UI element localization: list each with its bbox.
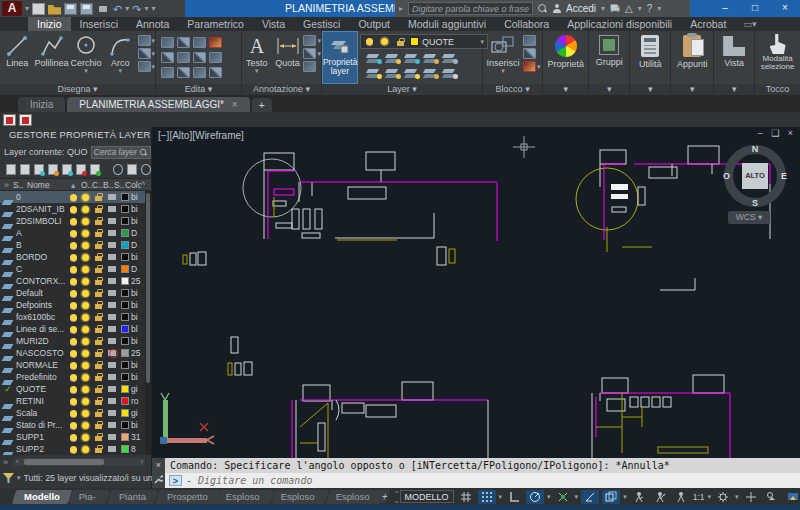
toggle-override-icon[interactable]: [127, 164, 137, 175]
layer-color-swatch[interactable]: [121, 301, 129, 309]
layer-lock-icon[interactable]: [95, 352, 102, 357]
layer-row[interactable]: 2DSIMBOLIbi: [0, 215, 146, 227]
open-file-icon[interactable]: [48, 3, 61, 15]
layer-lock-icon[interactable]: [95, 304, 102, 309]
crosshair-plus-icon[interactable]: [742, 490, 760, 504]
snap-caret-icon[interactable]: ▾: [499, 493, 503, 501]
viewcube-top-face[interactable]: ALTO: [742, 163, 768, 189]
selection-mode-hand-icon[interactable]: [770, 34, 786, 54]
layer-on-icon[interactable]: [70, 434, 77, 441]
viewcube-south[interactable]: S: [752, 198, 758, 208]
layer-freeze-icon[interactable]: [82, 374, 89, 381]
annotation-visibility-toggle[interactable]: [630, 490, 648, 504]
layer-lock-icon[interactable]: [95, 424, 102, 429]
file-tab-drawing[interactable]: PLANIMETRIA ASSEMBLAGGI*×: [67, 97, 249, 112]
layer-lock-icon[interactable]: [95, 256, 102, 261]
clipboard-icon[interactable]: [683, 35, 701, 57]
layer-on-icon[interactable]: [70, 242, 77, 249]
layer-row[interactable]: NORMALEbi: [0, 359, 146, 371]
help-caret-icon[interactable]: ▾: [657, 4, 661, 13]
layer-states-icon[interactable]: [34, 164, 44, 175]
layer-color-swatch[interactable]: [121, 325, 129, 333]
pdf-convert-icon[interactable]: [3, 114, 16, 126]
layer-filter-icon[interactable]: [3, 473, 14, 483]
annotation-scale-icon[interactable]: [672, 490, 690, 504]
gear-caret-icon[interactable]: ▾: [735, 493, 739, 501]
layer-freeze-icon[interactable]: [82, 350, 89, 357]
account-icon[interactable]: [552, 4, 561, 13]
pdf-batch-icon[interactable]: [19, 114, 32, 126]
layer-freeze-icon[interactable]: [82, 230, 89, 237]
command-input[interactable]: > - Digitare un comando: [165, 473, 800, 488]
layout-tab-esploso-1[interactable]: Esploso 1: [216, 490, 274, 504]
layer-lock-icon[interactable]: [95, 268, 102, 273]
new-group-filter-icon[interactable]: [20, 164, 30, 175]
layer-plot-icon[interactable]: [108, 218, 116, 224]
panel-label-utilita[interactable]: ▾: [630, 84, 670, 95]
layer-color-swatch[interactable]: [121, 361, 129, 369]
layer-plot-icon[interactable]: [108, 338, 116, 344]
layer-lock-icon[interactable]: [95, 376, 102, 381]
layer-plot-icon[interactable]: [108, 278, 116, 284]
panel-label-appunti[interactable]: ▾: [671, 84, 713, 95]
layer-on-icon[interactable]: [70, 230, 77, 237]
layer-color-swatch[interactable]: [121, 241, 129, 249]
leader-tool-icon[interactable]: [303, 35, 316, 46]
ribbon-tab-parametrico[interactable]: Parametrico: [178, 17, 253, 31]
layer-plot-icon[interactable]: [108, 398, 116, 404]
layer-on-icon[interactable]: [70, 410, 77, 417]
layer-plot-icon[interactable]: [108, 302, 116, 308]
plot-icon[interactable]: [99, 6, 107, 12]
layer-on-icon[interactable]: [70, 266, 77, 273]
scroll-up-icon[interactable]: ^: [141, 180, 145, 190]
layer-on-icon[interactable]: [70, 194, 77, 201]
layer-freeze-icon[interactable]: [82, 290, 89, 297]
grid-toggle[interactable]: [457, 490, 475, 504]
layer-plot-icon[interactable]: [108, 386, 116, 392]
layer-plot-icon[interactable]: [108, 290, 116, 296]
panel-label-blocco[interactable]: Blocco ▾: [483, 84, 543, 95]
layer-on-icon[interactable]: [70, 350, 77, 357]
sign-in-button[interactable]: Accedi: [566, 3, 596, 14]
layer-freeze-icon[interactable]: [82, 434, 89, 441]
annotation-autoscale-toggle[interactable]: +: [651, 490, 669, 504]
move-tool-icon[interactable]: [161, 37, 174, 48]
layer-plot-icon[interactable]: [108, 350, 116, 356]
stretch-tool-icon[interactable]: [161, 67, 174, 78]
selection-caret-icon[interactable]: ▾: [623, 493, 627, 501]
layer-freeze-icon[interactable]: [82, 362, 89, 369]
close-command-icon[interactable]: ×: [152, 458, 165, 472]
layer-color-swatch[interactable]: [121, 313, 129, 321]
layer-color-swatch[interactable]: [121, 289, 129, 297]
layer-walk-icon[interactable]: [443, 69, 456, 78]
signin-caret-icon[interactable]: ▾: [601, 4, 605, 13]
autocad-logo-icon[interactable]: A: [2, 1, 22, 16]
layout-tab-modello[interactable]: Modello: [12, 490, 72, 504]
layer-freeze-icon[interactable]: [82, 254, 89, 261]
explode-tool-icon[interactable]: [209, 52, 222, 63]
isolate-objects-icon[interactable]: [763, 490, 781, 504]
layer-lock-icon[interactable]: [424, 54, 437, 63]
table-tool-icon[interactable]: [303, 48, 316, 59]
ribbon-tab-gestisci[interactable]: Gestisci: [294, 17, 349, 31]
layer-row[interactable]: NASCOSTO25: [0, 347, 146, 359]
layer-lock-icon[interactable]: [95, 316, 102, 321]
layer-plot-icon[interactable]: [108, 422, 116, 428]
layer-freeze-icon[interactable]: [82, 446, 89, 453]
layer-color-swatch[interactable]: [121, 265, 129, 273]
layer-plot-icon[interactable]: [108, 362, 116, 368]
delete-layer-icon[interactable]: [76, 164, 86, 175]
layer-on-icon[interactable]: [70, 326, 77, 333]
layer-plot-icon[interactable]: [108, 314, 116, 320]
layout-tab-prospetto[interactable]: Prospetto: [154, 490, 219, 504]
layer-off-icon[interactable]: [367, 54, 380, 63]
viewcube-west[interactable]: O: [723, 171, 730, 181]
panel-label-edita[interactable]: Edita ▾: [156, 84, 241, 95]
polar-caret-icon[interactable]: ▾: [547, 493, 551, 501]
layer-color-swatch[interactable]: [121, 217, 129, 225]
layer-plot-icon[interactable]: [108, 446, 116, 452]
infocenter-expand-icon[interactable]: ▸: [399, 4, 403, 13]
close-button[interactable]: ×: [770, 0, 800, 17]
file-tab-inizia[interactable]: Inizia: [18, 97, 65, 112]
layer-row[interactable]: ✓QUOTEgi: [0, 383, 146, 395]
